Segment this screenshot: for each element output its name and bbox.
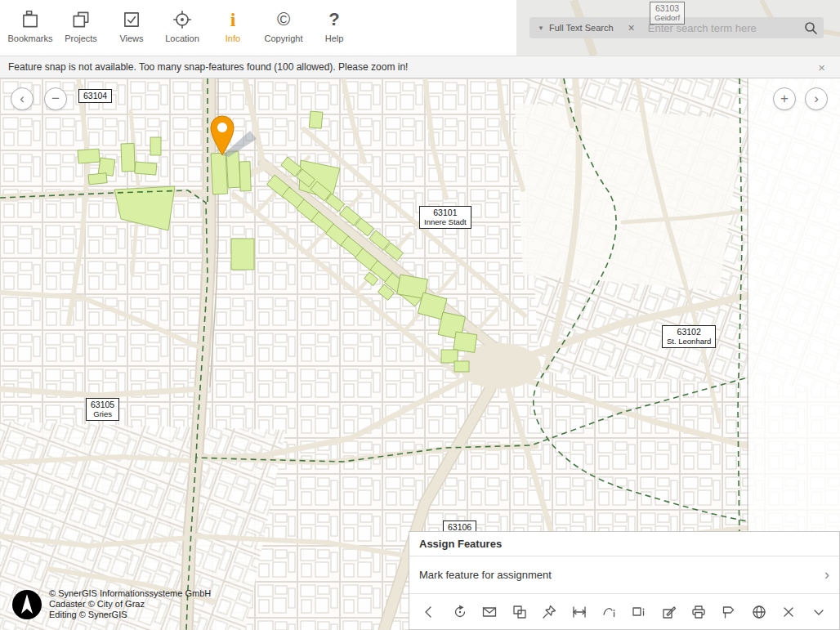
district-code: 63103 bbox=[655, 4, 680, 13]
next-extent-button[interactable]: › bbox=[805, 87, 828, 110]
chevron-down-icon bbox=[810, 604, 828, 620]
district-code: 63104 bbox=[83, 92, 107, 101]
chevron-left-icon bbox=[421, 604, 439, 620]
pushpin-icon bbox=[540, 604, 558, 620]
info-icon: i bbox=[230, 8, 236, 31]
attribution-line: Editing © SynerGIS bbox=[49, 610, 211, 620]
assign-panel-toolbar bbox=[409, 594, 839, 630]
search-icon bbox=[802, 20, 819, 36]
views-label: Views bbox=[119, 34, 143, 43]
location-label: Location bbox=[165, 34, 199, 43]
synergis-logo bbox=[11, 589, 42, 620]
bookmarks-icon bbox=[20, 8, 41, 31]
tag-icon bbox=[720, 604, 738, 620]
globe-icon bbox=[750, 604, 768, 620]
identify-area-tool-button[interactable] bbox=[628, 601, 650, 623]
zoom-out-button[interactable]: − bbox=[44, 87, 67, 110]
toolbar-buttons: Bookmarks Projects Views Location i Info… bbox=[5, 3, 360, 51]
location-button[interactable]: Location bbox=[157, 3, 208, 51]
help-label: Help bbox=[325, 34, 344, 43]
district-label-63102: 63102 St. Leonhard bbox=[662, 325, 716, 348]
measure-width-icon bbox=[570, 604, 588, 620]
identify-line-tool-button[interactable] bbox=[599, 601, 620, 623]
globe-tool-button[interactable] bbox=[748, 601, 770, 623]
mail-icon bbox=[480, 604, 498, 620]
print-tool-button[interactable] bbox=[688, 601, 709, 623]
print-icon bbox=[690, 604, 708, 620]
search-clear-button[interactable]: × bbox=[623, 21, 640, 34]
copyright-button[interactable]: © Copyright bbox=[258, 3, 309, 51]
mark-feature-row[interactable]: Mark feature for assignment › bbox=[409, 556, 839, 594]
assign-features-panel: Assign Features Mark feature for assignm… bbox=[409, 531, 840, 630]
pin-tool-button[interactable] bbox=[538, 601, 560, 623]
info-label: Info bbox=[226, 34, 240, 43]
search-zone: 63103 Geidorf ▼ Full Text Search × bbox=[516, 0, 840, 56]
district-code: 63101 bbox=[424, 208, 467, 217]
district-name: Innere Stadt bbox=[424, 217, 467, 226]
bookmarks-label: Bookmarks bbox=[7, 34, 52, 43]
search-submit-button[interactable] bbox=[798, 17, 824, 38]
views-button[interactable]: Views bbox=[106, 3, 157, 51]
mark-feature-label: Mark feature for assignment bbox=[419, 569, 552, 581]
copyright-label: Copyright bbox=[264, 34, 302, 43]
location-icon bbox=[172, 8, 193, 31]
search-mode-selector[interactable]: ▼ Full Text Search bbox=[529, 23, 622, 33]
district-name: Gries bbox=[91, 409, 114, 418]
district-name: St. Leonhard bbox=[667, 337, 711, 346]
notification-close-button[interactable]: × bbox=[813, 60, 830, 74]
district-code: 63102 bbox=[667, 328, 711, 337]
edit-icon bbox=[660, 604, 678, 620]
assign-panel-title: Assign Features bbox=[409, 532, 839, 556]
previous-extent-button[interactable]: ‹ bbox=[11, 87, 34, 110]
copy-geometry-tool-button[interactable] bbox=[509, 601, 530, 623]
projects-label: Projects bbox=[65, 34, 97, 43]
identify-area-icon bbox=[630, 604, 648, 620]
collapse-panel-button[interactable] bbox=[808, 601, 829, 623]
bookmark-tag-tool-button[interactable] bbox=[718, 601, 739, 623]
chevron-down-icon: ▼ bbox=[538, 25, 544, 32]
measure-width-tool-button[interactable] bbox=[569, 601, 590, 623]
district-name: Geidorf bbox=[655, 13, 680, 22]
district-label-63104: 63104 bbox=[78, 89, 112, 103]
edit-tool-button[interactable] bbox=[659, 601, 680, 623]
projects-icon bbox=[70, 8, 92, 31]
district-code: 63105 bbox=[91, 400, 114, 409]
identify-line-icon bbox=[601, 604, 619, 620]
projects-button[interactable]: Projects bbox=[56, 3, 106, 51]
district-label-63101: 63101 Innere Stadt bbox=[419, 206, 471, 229]
map-attribution: © SynerGIS Informationssysteme GmbH Cada… bbox=[11, 588, 211, 620]
send-mail-tool-button[interactable] bbox=[479, 601, 500, 623]
help-icon: ? bbox=[328, 8, 339, 31]
previous-tool-button[interactable] bbox=[419, 601, 440, 623]
close-panel-button[interactable] bbox=[778, 601, 799, 623]
help-button[interactable]: ? Help bbox=[309, 3, 360, 51]
info-button[interactable]: i Info bbox=[208, 3, 258, 51]
district-label-63105: 63105 Gries bbox=[86, 398, 119, 421]
map-area[interactable]: 63104 63101 Innere Stadt 63102 St. Leonh… bbox=[0, 78, 840, 630]
chevron-right-icon: › bbox=[824, 566, 829, 583]
copyright-icon: © bbox=[277, 8, 290, 31]
copy-geometry-icon bbox=[511, 604, 529, 620]
notification-bar: Feature snap is not available. Too many … bbox=[0, 56, 840, 78]
search-mode-label: Full Text Search bbox=[549, 23, 614, 33]
zoom-in-button[interactable]: + bbox=[773, 87, 796, 110]
notification-message: Feature snap is not available. Too many … bbox=[0, 61, 408, 73]
attribution-line: Cadaster © City of Graz bbox=[49, 599, 211, 610]
district-label-geidorf: 63103 Geidorf bbox=[650, 2, 685, 25]
attribution-line: © SynerGIS Informationssysteme GmbH bbox=[49, 588, 211, 599]
bookmarks-button[interactable]: Bookmarks bbox=[5, 3, 56, 51]
rotate-tool-button[interactable] bbox=[449, 601, 471, 623]
top-toolbar: Bookmarks Projects Views Location i Info… bbox=[0, 0, 840, 56]
rotate-icon bbox=[451, 604, 469, 620]
close-icon bbox=[780, 604, 798, 620]
views-icon bbox=[121, 8, 142, 31]
